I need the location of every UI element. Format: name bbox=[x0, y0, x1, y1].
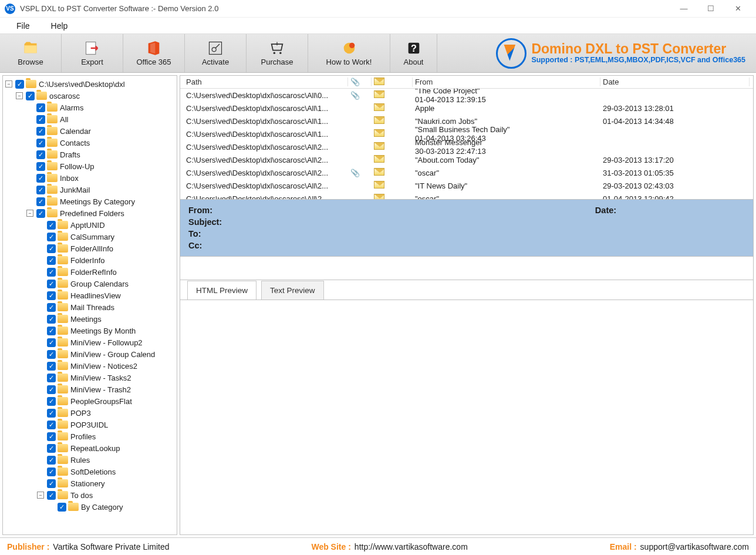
col-path[interactable]: Path bbox=[184, 78, 348, 86]
tree-item[interactable]: ✓Inbox bbox=[4, 172, 177, 184]
tree-item[interactable]: ✓Profiles bbox=[4, 430, 177, 442]
tree-item[interactable]: ✓PeopleGroupsFlat bbox=[4, 395, 177, 407]
tree-root[interactable]: −✓C:\Users\ved\Desktop\dxl bbox=[4, 78, 177, 90]
tree-item[interactable]: ✓SoftDeletions bbox=[4, 466, 177, 477]
tree-item[interactable]: ✓Stationery bbox=[4, 477, 177, 489]
checkbox-icon[interactable]: ✓ bbox=[47, 315, 56, 324]
checkbox-icon[interactable]: ✓ bbox=[47, 268, 56, 277]
tree-item[interactable]: ✓Follow-Up bbox=[4, 160, 177, 172]
checkbox-icon[interactable]: ✓ bbox=[47, 256, 56, 265]
checkbox-icon[interactable]: ✓ bbox=[47, 291, 56, 300]
tree-item[interactable]: ✓HeadlinesView bbox=[4, 290, 177, 301]
tree-item[interactable]: ✓MiniView - Followup2 bbox=[4, 337, 177, 348]
tree-item[interactable]: ✓Rules bbox=[4, 454, 177, 466]
checkbox-icon[interactable]: ✓ bbox=[36, 139, 45, 147]
tree-predefined[interactable]: −✓Predefined Folders bbox=[4, 207, 177, 219]
checkbox-icon[interactable]: ✓ bbox=[47, 244, 56, 253]
maximize-button[interactable]: ☐ bbox=[697, 0, 724, 18]
checkbox-icon[interactable]: ✓ bbox=[47, 456, 56, 465]
menu-file[interactable]: File bbox=[6, 19, 41, 33]
checkbox-icon[interactable]: ✓ bbox=[47, 385, 56, 394]
tab-text-preview[interactable]: Text Preview bbox=[261, 281, 324, 300]
checkbox-icon[interactable]: ✓ bbox=[47, 374, 56, 382]
tree-item[interactable]: ✓ApptUNID bbox=[4, 219, 177, 231]
tree-item[interactable]: ✓Meetings bbox=[4, 313, 177, 325]
mail-row[interactable]: C:\Users\ved\Desktop\dxl\oscarosc\All\0.… bbox=[180, 89, 753, 102]
close-button[interactable]: ✕ bbox=[724, 0, 751, 18]
checkbox-icon[interactable]: ✓ bbox=[36, 186, 45, 194]
checkbox-icon[interactable]: ✓ bbox=[36, 174, 45, 183]
about-button[interactable]: ? About bbox=[390, 34, 437, 72]
checkbox-icon[interactable]: ✓ bbox=[47, 350, 56, 359]
tree-item[interactable]: ✓POP3UIDL bbox=[4, 419, 177, 430]
tree-item[interactable]: ✓MiniView - Trash2 bbox=[4, 384, 177, 395]
checkbox-icon[interactable]: ✓ bbox=[47, 421, 56, 429]
activate-button[interactable]: Activate bbox=[185, 34, 247, 72]
tree-item[interactable]: ✓Meetings By Category bbox=[4, 196, 177, 207]
website-value[interactable]: http://www.vartikasoftware.com bbox=[355, 542, 468, 551]
tree-item[interactable]: ✓All bbox=[4, 113, 177, 125]
mail-row[interactable]: C:\Users\ved\Desktop\dxl\oscarosc\All\2.… bbox=[180, 153, 753, 166]
col-date[interactable]: Date bbox=[600, 78, 750, 86]
office365-button[interactable]: Office 365 bbox=[123, 34, 185, 72]
checkbox-icon[interactable]: ✓ bbox=[47, 397, 56, 406]
checkbox-icon[interactable]: ✓ bbox=[36, 127, 45, 136]
howto-button[interactable]: How to Work! bbox=[308, 34, 390, 72]
col-from[interactable]: From bbox=[413, 78, 600, 86]
tree-item[interactable]: ✓MiniView - Notices2 bbox=[4, 360, 177, 372]
checkbox-icon[interactable]: ✓ bbox=[47, 362, 56, 371]
checkbox-icon[interactable]: ✓ bbox=[26, 92, 35, 100]
tree-item[interactable]: ✓Alarms bbox=[4, 102, 177, 113]
export-button[interactable]: Export bbox=[62, 34, 123, 72]
tree-item[interactable]: ✓Drafts bbox=[4, 149, 177, 160]
checkbox-icon[interactable]: ✓ bbox=[36, 162, 45, 171]
tree-item[interactable]: ✓FolderRefInfo bbox=[4, 266, 177, 278]
tree-user[interactable]: −✓oscarosc bbox=[4, 90, 177, 102]
col-attachment[interactable]: 📎 bbox=[348, 78, 372, 86]
preview-body[interactable] bbox=[180, 300, 754, 535]
tree-item[interactable]: ✓MiniView - Tasks2 bbox=[4, 372, 177, 384]
mail-row[interactable]: C:\Users\ved\Desktop\dxl\oscarosc\All\2.… bbox=[180, 166, 753, 179]
tree-item[interactable]: ✓Group Calendars bbox=[4, 278, 177, 290]
tree-item[interactable]: ✓Meetings By Month bbox=[4, 325, 177, 337]
checkbox-icon[interactable]: ✓ bbox=[36, 150, 45, 159]
minimize-button[interactable]: — bbox=[670, 0, 697, 18]
tree-todos[interactable]: −✓To dos bbox=[4, 489, 177, 501]
checkbox-icon[interactable]: ✓ bbox=[47, 491, 56, 500]
checkbox-icon[interactable]: ✓ bbox=[47, 233, 56, 241]
checkbox-icon[interactable]: ✓ bbox=[47, 409, 56, 418]
col-envelope[interactable] bbox=[372, 78, 413, 87]
tree-item[interactable]: ✓Mail Threads bbox=[4, 301, 177, 313]
checkbox-icon[interactable]: ✓ bbox=[15, 80, 24, 89]
tree-item[interactable]: ✓FolderInfo bbox=[4, 254, 177, 266]
tree-item[interactable]: ✓RepeatLookup bbox=[4, 442, 177, 454]
checkbox-icon[interactable]: ✓ bbox=[47, 303, 56, 312]
checkbox-icon[interactable]: ✓ bbox=[47, 467, 56, 476]
checkbox-icon[interactable]: ✓ bbox=[47, 280, 56, 288]
tree-item[interactable]: ✓Contacts bbox=[4, 137, 177, 149]
checkbox-icon[interactable]: ✓ bbox=[36, 197, 45, 206]
tree-item[interactable]: ✓POP3 bbox=[4, 407, 177, 419]
email-value[interactable]: support@vartikasoftware.com bbox=[640, 542, 749, 551]
tree-item[interactable]: ✓CalSummary bbox=[4, 231, 177, 243]
mail-row[interactable]: C:\Users\ved\Desktop\dxl\oscarosc\All\2.… bbox=[180, 179, 753, 192]
checkbox-icon[interactable]: ✓ bbox=[47, 432, 56, 441]
checkbox-icon[interactable]: ✓ bbox=[47, 338, 56, 347]
mail-row[interactable]: C:\Users\ved\Desktop\dxl\oscarosc\All\2.… bbox=[180, 192, 753, 199]
tree-item[interactable]: ✓MiniView - Group Calend bbox=[4, 348, 177, 360]
mail-row[interactable]: C:\Users\ved\Desktop\dxl\oscarosc\All\2.… bbox=[180, 140, 753, 153]
tree-item[interactable]: ✓FolderAllInfo bbox=[4, 243, 177, 254]
tab-html-preview[interactable]: HTML Preview bbox=[187, 281, 256, 300]
checkbox-icon[interactable]: ✓ bbox=[36, 103, 45, 112]
purchase-button[interactable]: Purchase bbox=[247, 34, 308, 72]
checkbox-icon[interactable]: ✓ bbox=[47, 327, 56, 335]
tree-item[interactable]: ✓By Category bbox=[4, 501, 177, 513]
checkbox-icon[interactable]: ✓ bbox=[58, 503, 66, 512]
browse-button[interactable]: Browse bbox=[0, 34, 62, 72]
menu-help[interactable]: Help bbox=[41, 19, 79, 33]
checkbox-icon[interactable]: ✓ bbox=[36, 209, 45, 218]
checkbox-icon[interactable]: ✓ bbox=[47, 221, 56, 230]
mail-list[interactable]: Path 📎 From Date C:\Users\ved\Desktop\dx… bbox=[180, 75, 754, 200]
checkbox-icon[interactable]: ✓ bbox=[47, 444, 56, 453]
mail-row[interactable]: C:\Users\ved\Desktop\dxl\oscarosc\All\1.… bbox=[180, 102, 753, 115]
